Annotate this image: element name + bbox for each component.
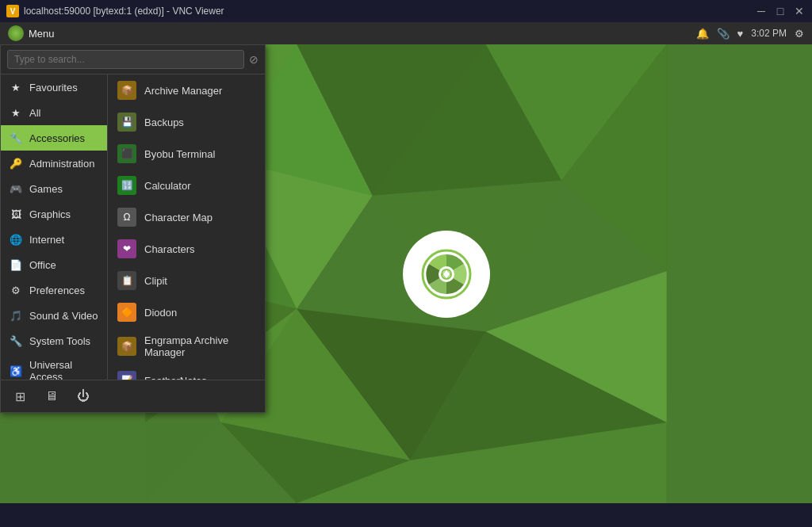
vnc-icon: V	[6, 5, 19, 17]
sidebar-item-sound-video[interactable]: 🎵Sound & Video	[1, 303, 107, 328]
cat-label-favourites: Favourites	[29, 82, 78, 94]
app-item-diodon[interactable]: 🔶 Diodon	[108, 296, 265, 328]
sidebar-item-games[interactable]: 🎮Games	[1, 176, 107, 201]
system-bar: Menu 🔔 📎 ♥ 3:02 PM ⚙	[0, 22, 812, 44]
app-item-character-map[interactable]: Ω Character Map	[108, 201, 265, 233]
apps-panel: 📦 Archive Manager 💾 Backups ⬛ Byobu Term…	[108, 74, 265, 380]
app-label-byobu-terminal: Byobu Terminal	[144, 148, 215, 160]
menu-actions: ⊞ 🖥 ⏻	[1, 380, 265, 412]
app-icon-character-map: Ω	[117, 208, 136, 227]
sidebar-item-administration[interactable]: 🔑Administration	[1, 151, 107, 176]
cat-label-system-tools: System Tools	[29, 335, 90, 347]
app-label-calculator: Calculator	[144, 180, 191, 192]
cat-icon-administration: 🔑	[9, 156, 23, 170]
app-item-backups[interactable]: 💾 Backups	[108, 106, 265, 138]
app-label-characters: Characters	[144, 243, 195, 255]
sidebar-item-graphics[interactable]: 🖼Graphics	[1, 201, 107, 227]
time-display: 3:02 PM	[751, 28, 787, 39]
title-bar-text: localhost:59000 [bytexd:1 (edxd)] - VNC …	[24, 6, 755, 17]
taskbar	[0, 503, 812, 527]
logo-svg	[419, 246, 474, 302]
app-icon-clipit: 📋	[117, 271, 136, 290]
desktop-logo	[403, 231, 490, 318]
sidebar-item-internet[interactable]: 🌐Internet	[1, 227, 107, 252]
cat-icon-internet: 🌐	[9, 232, 23, 246]
app-label-archive-manager: Archive Manager	[144, 85, 222, 97]
cat-label-universal-access: Universal Access	[29, 359, 99, 380]
screensaver-button[interactable]: 🖥	[42, 387, 61, 406]
mint-logo	[8, 25, 24, 41]
switch-user-button[interactable]: ⊞	[10, 387, 29, 406]
desktop: ⊘ ★Favourites★All🔧Accessories🔑Administra…	[0, 44, 812, 503]
app-icon-calculator: 🔢	[117, 176, 136, 195]
menu-content: ★Favourites★All🔧Accessories🔑Administrati…	[1, 74, 265, 380]
cat-label-internet: Internet	[29, 234, 64, 246]
cat-icon-accessories: 🔧	[9, 131, 23, 145]
maximize-button[interactable]: □	[774, 5, 787, 17]
app-icon-engrampa: 📦	[117, 337, 136, 356]
search-bar: ⊘	[1, 45, 265, 74]
cat-label-sound-video: Sound & Video	[29, 310, 98, 322]
cat-label-graphics: Graphics	[29, 208, 71, 220]
cat-label-preferences: Preferences	[29, 285, 85, 296]
clipboard-icon[interactable]: 📎	[717, 28, 730, 40]
cat-label-administration: Administration	[29, 158, 94, 170]
app-menu: ⊘ ★Favourites★All🔧Accessories🔑Administra…	[0, 44, 266, 413]
app-label-backups: Backups	[144, 116, 184, 128]
cat-icon-all: ★	[9, 105, 23, 120]
system-bar-right: 🔔 📎 ♥ 3:02 PM ⚙	[696, 28, 804, 40]
app-item-archive-manager[interactable]: 📦 Archive Manager	[108, 74, 265, 106]
cat-icon-system-tools: 🔧	[9, 334, 23, 348]
sidebar-item-preferences[interactable]: ⚙Preferences	[1, 277, 107, 303]
search-clear-icon[interactable]: ⊘	[249, 53, 259, 66]
cat-label-games: Games	[29, 183, 63, 195]
app-item-byobu-terminal[interactable]: ⬛ Byobu Terminal	[108, 138, 265, 170]
menu-label: Menu	[29, 28, 55, 40]
cat-label-all: All	[29, 107, 40, 119]
menu-button[interactable]: Menu	[8, 25, 55, 41]
sidebar-item-universal-access[interactable]: ♿Universal Access	[1, 353, 107, 380]
app-icon-characters: ❤	[117, 239, 136, 258]
cat-icon-favourites: ★	[9, 80, 23, 94]
search-input[interactable]	[7, 50, 244, 69]
app-label-character-map: Character Map	[144, 212, 213, 223]
cat-icon-games: 🎮	[9, 181, 23, 196]
sidebar-item-system-tools[interactable]: 🔧System Tools	[1, 328, 107, 353]
power-button[interactable]: ⏻	[74, 387, 93, 406]
app-item-engrampa[interactable]: 📦 Engrampa Archive Manager	[108, 328, 265, 365]
app-label-diodon: Diodon	[144, 307, 177, 319]
app-item-characters[interactable]: ❤ Characters	[108, 233, 265, 265]
cat-icon-graphics: 🖼	[9, 207, 23, 221]
system-bar-left: Menu	[8, 25, 55, 41]
app-icon-feathernotes: 📝	[117, 371, 136, 380]
app-icon-byobu-terminal: ⬛	[117, 144, 136, 163]
cat-label-accessories: Accessories	[29, 132, 85, 144]
cat-icon-universal-access: ♿	[9, 364, 23, 378]
settings-icon[interactable]: ⚙	[795, 28, 804, 40]
notification-icon[interactable]: 🔔	[696, 28, 709, 40]
app-icon-backups: 💾	[117, 113, 136, 132]
close-button[interactable]: ✕	[793, 5, 806, 17]
minimize-button[interactable]: ─	[755, 5, 768, 17]
app-item-calculator[interactable]: 🔢 Calculator	[108, 170, 265, 201]
app-item-feathernotes[interactable]: 📝 FeatherNotes	[108, 365, 265, 380]
cat-icon-preferences: ⚙	[9, 283, 23, 297]
category-panel: ★Favourites★All🔧Accessories🔑Administrati…	[1, 74, 108, 380]
app-item-clipit[interactable]: 📋 Clipit	[108, 265, 265, 296]
sidebar-item-office[interactable]: 📄Office	[1, 252, 107, 277]
app-label-clipit: Clipit	[144, 275, 167, 287]
sidebar-item-accessories[interactable]: 🔧Accessories	[1, 125, 107, 151]
cat-icon-office: 📄	[9, 258, 23, 272]
logo-circle	[403, 231, 490, 318]
app-label-engrampa: Engrampa Archive Manager	[144, 334, 255, 358]
app-icon-diodon: 🔶	[117, 303, 136, 322]
title-bar: V localhost:59000 [bytexd:1 (edxd)] - VN…	[0, 0, 812, 22]
cat-label-office: Office	[29, 259, 56, 271]
sidebar-item-favourites[interactable]: ★Favourites	[1, 74, 107, 100]
network-icon[interactable]: ♥	[737, 28, 744, 40]
sidebar-item-all[interactable]: ★All	[1, 100, 107, 125]
cat-icon-sound-video: 🎵	[9, 308, 23, 323]
title-bar-controls: ─ □ ✕	[755, 5, 806, 17]
app-icon-archive-manager: 📦	[117, 81, 136, 100]
